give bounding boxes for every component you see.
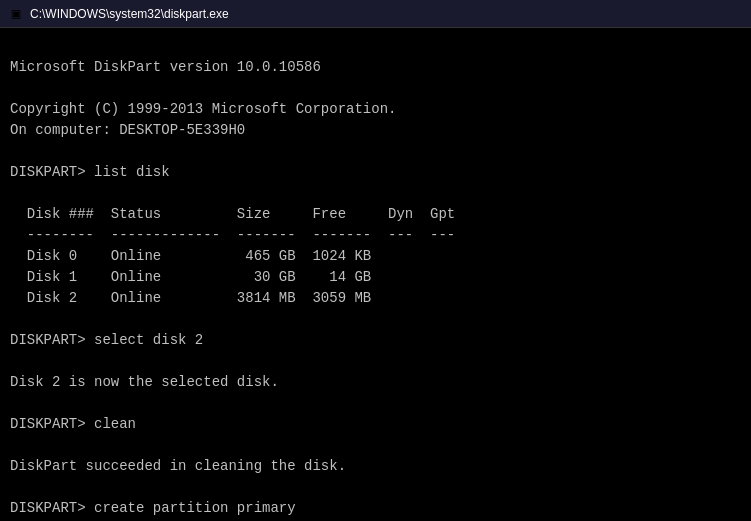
terminal-line <box>10 309 741 330</box>
terminal-line: Disk ### Status Size Free Dyn Gpt <box>10 204 741 225</box>
terminal-line: -------- ------------- ------- ------- -… <box>10 225 741 246</box>
terminal-line <box>10 78 741 99</box>
terminal-line: Disk 2 is now the selected disk. <box>10 372 741 393</box>
terminal-line <box>10 393 741 414</box>
title-bar-text: C:\WINDOWS\system32\diskpart.exe <box>30 7 229 21</box>
terminal-line: DISKPART> create partition primary <box>10 498 741 519</box>
terminal-line: DISKPART> select disk 2 <box>10 330 741 351</box>
terminal-line: Disk 0 Online 465 GB 1024 KB <box>10 246 741 267</box>
terminal-line: On computer: DESKTOP-5E339H0 <box>10 120 741 141</box>
terminal-line: DISKPART> clean <box>10 414 741 435</box>
terminal-line: Disk 1 Online 30 GB 14 GB <box>10 267 741 288</box>
title-bar: ▣ C:\WINDOWS\system32\diskpart.exe <box>0 0 751 28</box>
terminal-line <box>10 351 741 372</box>
terminal-line: DISKPART> list disk <box>10 162 741 183</box>
terminal-line <box>10 477 741 498</box>
terminal-line: Copyright (C) 1999-2013 Microsoft Corpor… <box>10 99 741 120</box>
terminal-line: DiskPart succeeded in cleaning the disk. <box>10 456 741 477</box>
terminal-line <box>10 141 741 162</box>
window-icon: ▣ <box>8 6 24 22</box>
terminal-line <box>10 435 741 456</box>
terminal-line: Microsoft DiskPart version 10.0.10586 <box>10 57 741 78</box>
terminal-output[interactable]: Microsoft DiskPart version 10.0.10586 Co… <box>0 28 751 521</box>
terminal-line: Disk 2 Online 3814 MB 3059 MB <box>10 288 741 309</box>
terminal-line <box>10 183 741 204</box>
